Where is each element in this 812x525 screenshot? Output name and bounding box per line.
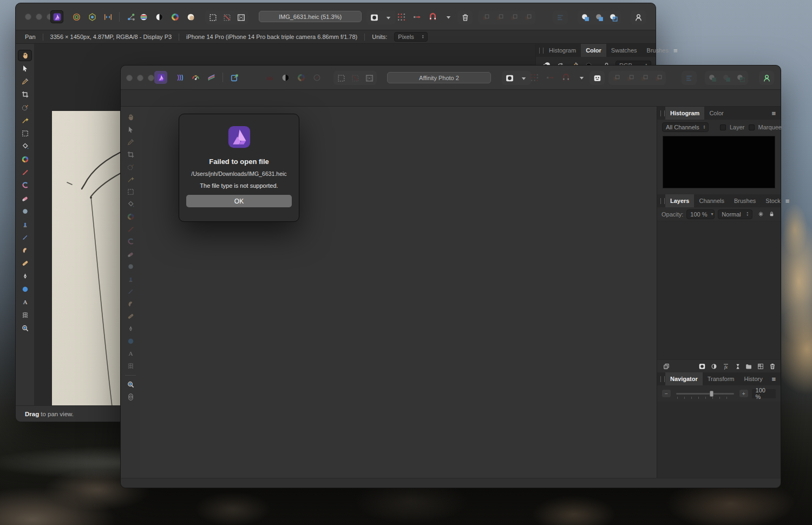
shape-ellipse-icon[interactable] <box>123 336 137 347</box>
marquee-slash-icon[interactable] <box>349 71 362 84</box>
ok-button[interactable]: OK <box>186 195 292 207</box>
tab-color[interactable]: Color <box>581 44 606 57</box>
liquify-waves-icon[interactable] <box>173 71 186 84</box>
mesh-warp-icon[interactable] <box>123 360 137 372</box>
color-ball-icon[interactable] <box>137 10 150 23</box>
develop-rings-icon[interactable] <box>70 10 83 23</box>
bool-add-icon[interactable] <box>579 11 592 24</box>
snap-arrow-icon[interactable] <box>543 71 556 84</box>
mesh-warp-icon[interactable] <box>18 310 32 321</box>
bool-add-t-icon[interactable] <box>706 71 719 84</box>
hourglass-x-icon[interactable] <box>732 361 743 372</box>
assistant-robot-icon[interactable] <box>591 71 604 84</box>
marquee-film-icon[interactable] <box>363 71 376 84</box>
eraser-tool-icon[interactable] <box>123 248 137 260</box>
arrange-icon[interactable] <box>493 11 506 24</box>
color-wheel-icon[interactable] <box>294 71 307 84</box>
smudge-arc-icon[interactable] <box>123 236 137 247</box>
align-bars-icon[interactable] <box>554 11 567 24</box>
pencil-circle-icon[interactable] <box>310 71 323 84</box>
caret-down-icon[interactable] <box>575 71 588 84</box>
tab-transform[interactable]: Transform <box>703 372 739 385</box>
marquee-rect-icon[interactable] <box>18 128 32 139</box>
panel-grip[interactable] <box>539 48 543 54</box>
arrange-icon[interactable] <box>652 71 665 84</box>
color-wheel-icon[interactable] <box>168 10 181 23</box>
bool-subtract-t-icon[interactable] <box>720 71 733 84</box>
contrast-half-icon[interactable] <box>279 71 292 84</box>
color-picker-icon[interactable] <box>18 76 32 87</box>
arrange-icon[interactable] <box>521 11 534 24</box>
mask-toggle-icon[interactable] <box>503 71 516 84</box>
bool-subtract-icon[interactable] <box>593 11 606 24</box>
arrange-icon[interactable] <box>624 71 637 84</box>
minimize-window-button[interactable] <box>137 75 143 81</box>
pen-tool-icon[interactable] <box>123 323 137 334</box>
zoom-window-button[interactable] <box>148 75 154 81</box>
bool-intersect-t-icon[interactable] <box>734 71 747 84</box>
arrange-icon[interactable] <box>610 71 623 84</box>
move-cursor-icon[interactable] <box>123 124 137 135</box>
window-controls[interactable] <box>25 14 53 20</box>
marquee-rect-icon[interactable] <box>123 186 137 198</box>
zoom-slider-handle[interactable] <box>710 391 713 397</box>
window-controls[interactable] <box>126 75 154 81</box>
hand-tool-icon[interactable] <box>18 50 32 61</box>
panel-menu-icon[interactable]: ≡ <box>785 197 795 205</box>
mask-toggle-icon[interactable] <box>368 11 381 24</box>
panel-menu-icon[interactable]: ≡ <box>771 375 781 383</box>
zoom-out-button[interactable]: − <box>662 390 671 397</box>
bool-intersect-icon[interactable] <box>607 11 620 24</box>
overlap-circles-icon[interactable] <box>123 391 137 403</box>
arrange-icon[interactable] <box>479 11 492 24</box>
snap-grid-icon[interactable] <box>395 10 408 23</box>
close-window-button[interactable] <box>25 14 31 20</box>
smudge-finger-icon[interactable] <box>18 245 32 256</box>
tab-layers[interactable]: Layers <box>665 194 694 207</box>
zoom-slider[interactable] <box>676 393 734 395</box>
move-cursor-icon[interactable] <box>18 63 32 74</box>
snap-magnet-icon[interactable] <box>559 71 572 84</box>
marquee-rect-icon[interactable] <box>206 11 219 24</box>
panel-grip[interactable] <box>660 198 665 204</box>
basic-brush-icon[interactable] <box>123 286 137 297</box>
zoom-in-button[interactable]: + <box>739 390 748 397</box>
app-logo-icon[interactable] <box>50 10 63 23</box>
blend-grid-icon[interactable] <box>755 361 766 372</box>
smudge-finger-icon[interactable] <box>123 298 137 310</box>
units-select[interactable]: Pixels ▲▼ <box>394 32 428 42</box>
paint-brush-icon[interactable] <box>123 224 137 235</box>
minimize-window-button[interactable] <box>36 14 42 20</box>
marquee-film-icon[interactable] <box>234 11 247 24</box>
align-bars-icon[interactable] <box>683 71 696 84</box>
zoom-tool-icon[interactable] <box>123 379 137 390</box>
shape-ellipse-icon[interactable] <box>18 284 32 295</box>
blur-tool-icon[interactable] <box>18 206 32 217</box>
tone-hexagon-icon[interactable] <box>86 10 99 23</box>
person-green-icon[interactable] <box>760 71 773 84</box>
color-picker-icon[interactable] <box>123 136 137 148</box>
develop-gauge-icon[interactable] <box>189 71 202 84</box>
tab-brushes[interactable]: Brushes <box>729 194 761 207</box>
snap-magnet-icon[interactable] <box>426 10 439 23</box>
panel-menu-icon[interactable]: ≡ <box>771 109 781 117</box>
healing-bandage-icon[interactable] <box>123 311 137 322</box>
tab-channels[interactable]: Channels <box>694 194 729 207</box>
mask-toggle-icon[interactable] <box>697 361 708 372</box>
color-wheel-icon[interactable] <box>18 154 32 165</box>
tab-history[interactable]: History <box>739 372 767 385</box>
adjustment-icon[interactable] <box>709 361 719 372</box>
snap-grid-icon[interactable] <box>528 71 541 84</box>
person-icon[interactable] <box>632 11 645 24</box>
caret-down-icon[interactable] <box>442 10 455 23</box>
snap-arrow-icon[interactable] <box>410 10 423 23</box>
eraser-tool-icon[interactable] <box>18 193 32 204</box>
histogram-red-icon[interactable] <box>263 71 276 84</box>
blur-tool-icon[interactable] <box>123 261 137 272</box>
panel-menu-icon[interactable]: ≡ <box>673 47 683 55</box>
basic-brush-icon[interactable] <box>18 232 32 243</box>
gradient-ball-icon[interactable] <box>184 10 197 23</box>
folder-icon[interactable] <box>743 361 754 372</box>
crop-tool-icon[interactable] <box>123 149 137 160</box>
tab-brushes[interactable]: Brushes <box>642 44 673 57</box>
